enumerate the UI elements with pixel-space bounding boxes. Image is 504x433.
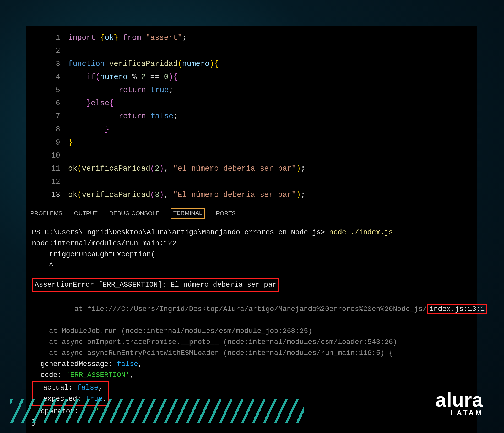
code-editor[interactable]: 1import {ok} from "assert";23function ve… [26,26,477,202]
terminal-line: ^ [32,260,471,271]
code-content[interactable]: function verificaParidad(numero){ [68,58,477,71]
code-content[interactable]: ok(verificaParidad(2), "el número deberí… [68,162,477,175]
code-line[interactable]: 12 [26,175,477,188]
tab-terminal[interactable]: TERMINAL [171,209,204,218]
line-number: 7 [26,110,68,123]
terminal-line: generatedMessage: false, [32,359,471,370]
assertion-error-text: AssertionError [ERR_ASSERTION]: El númer… [32,278,279,292]
panel-tabs: PROBLEMS OUTPUT DEBUG CONSOLE TERMINAL P… [26,204,477,220]
code-line[interactable]: 5 return true; [26,84,477,97]
line-number: 10 [26,149,68,162]
code-content[interactable]: return true; [68,84,477,97]
code-line[interactable]: 6 }else{ [26,97,477,110]
tab-ports[interactable]: PORTS [216,210,236,217]
line-number: 9 [26,136,68,149]
prompt-path: PS C:\Users\Ingrid\Desktop\Alura\artigo\… [32,229,325,236]
alura-logo: alura LATAM [435,391,483,417]
stack-line: at async onImport.tracePromise.__proto__… [32,337,471,348]
tab-problems[interactable]: PROBLEMS [30,210,62,217]
vscode-frame: 1import {ok} from "assert";23function ve… [26,26,477,433]
line-number: 6 [26,97,68,110]
code-content[interactable]: } [68,136,477,149]
line-number: 13 [26,188,68,202]
error-location-highlight: index.js:13:1 [427,304,487,314]
stack-line: at ModuleJob.run (node:internal/modules/… [32,326,471,337]
line-number: 1 [26,31,68,45]
code-line[interactable]: 8 } [26,123,477,136]
tab-debug-console[interactable]: DEBUG CONSOLE [109,210,160,217]
decorative-stripes [10,399,304,423]
prompt-command: node ./index.js [329,229,393,236]
line-number: 8 [26,123,68,136]
code-line[interactable]: 13ok(verificaParidad(3), "El número debe… [26,188,477,202]
code-line[interactable]: 4 if(numero % 2 == 0){ [26,71,477,84]
logo-brand: alura [435,391,483,409]
code-line[interactable]: 1import {ok} from "assert"; [26,31,477,45]
line-number: 11 [26,162,68,175]
line-number: 5 [26,84,68,97]
stack-line: at async asyncRunEntryPointWithESMLoader… [32,348,471,359]
stack-line: at file:///C:/Users/Ingrid/Desktop/Alura… [32,293,471,326]
line-number: 2 [26,45,68,58]
code-line[interactable]: 2 [26,45,477,58]
line-number: 4 [26,71,68,84]
code-line[interactable]: 3function verificaParidad(numero){ [26,58,477,71]
code-content[interactable]: ok(verificaParidad(3), "El número deberí… [68,188,477,202]
code-content[interactable]: }else{ [68,97,477,110]
terminal-line: node:internal/modules/run_main:122 [32,238,471,249]
code-content[interactable]: import {ok} from "assert"; [68,31,477,45]
line-number: 3 [26,58,68,71]
code-line[interactable]: 7 return false; [26,110,477,123]
terminal-line: triggerUncaughtException( [32,249,471,260]
terminal-line: code: 'ERR_ASSERTION', [32,370,471,381]
code-content[interactable]: return false; [68,110,477,123]
code-line[interactable]: 11ok(verificaParidad(2), "el número debe… [26,162,477,175]
code-content[interactable]: } [68,123,477,136]
terminal-line: PS C:\Users\Ingrid\Desktop\Alura\artigo\… [32,227,471,238]
line-number: 12 [26,175,68,188]
code-line[interactable]: 10 [26,149,477,162]
code-line[interactable]: 9} [26,136,477,149]
assertion-error-highlight: AssertionError [ERR_ASSERTION]: El númer… [32,278,471,292]
tab-output[interactable]: OUTPUT [74,210,97,217]
code-content[interactable]: if(numero % 2 == 0){ [68,71,477,84]
